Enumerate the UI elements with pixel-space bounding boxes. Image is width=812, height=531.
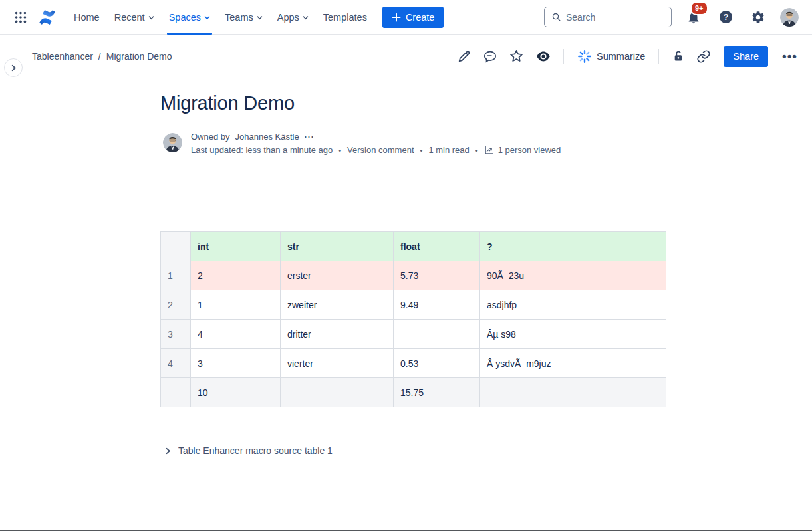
search-input[interactable]: [566, 12, 664, 23]
nav-item-recent[interactable]: Recent: [107, 0, 162, 35]
chevron-down-icon: [148, 15, 154, 21]
copy-link-button[interactable]: [694, 47, 714, 66]
page-title: Migration Demo: [160, 92, 666, 114]
create-button[interactable]: Create: [382, 7, 444, 28]
notifications-button[interactable]: 9+: [684, 7, 704, 27]
table-cell: [394, 320, 480, 349]
row-number-cell: [161, 378, 191, 407]
macro-source-expander[interactable]: Table Enhancer macro source table 1: [160, 445, 666, 456]
column-header-[interactable]: ?: [480, 232, 666, 261]
comment-button[interactable]: [480, 47, 500, 66]
comment-icon: [483, 49, 497, 64]
table-cell: 5.73: [394, 261, 480, 290]
chevron-down-icon: [303, 15, 309, 21]
column-header-int[interactable]: int: [191, 232, 281, 261]
gear-icon: [751, 10, 765, 25]
row-number-cell: 1: [161, 261, 191, 290]
table-cell: 3: [191, 349, 281, 378]
app-switcher-button[interactable]: [11, 7, 31, 27]
last-updated-link[interactable]: Last updated: less than a minute ago: [191, 145, 333, 155]
table-cell: 9.49: [394, 290, 480, 320]
table-cell: 2: [191, 261, 281, 290]
column-header-str[interactable]: str: [281, 232, 394, 261]
table-row: 21zweiter9.49asdjhfp: [161, 290, 666, 320]
summarize-button[interactable]: Summarize: [573, 47, 649, 66]
page-header-bar: Tableenhancer / Migration Demo: [0, 35, 812, 78]
primary-nav: HomeRecentSpacesTeamsAppsTemplates: [67, 0, 374, 35]
dot-separator: •: [475, 146, 478, 154]
help-button[interactable]: ?: [716, 7, 736, 27]
owner-link[interactable]: Johannes Kästle: [235, 132, 299, 142]
nav-item-apps[interactable]: Apps: [270, 0, 316, 35]
table-header-row: intstrfloat?: [161, 232, 666, 261]
analytics-button[interactable]: 1 person viewed: [484, 145, 561, 155]
table-cell: Â ysdvÃ m9juz: [480, 349, 666, 378]
table-footer-cell: [480, 378, 666, 407]
star-button[interactable]: [506, 46, 527, 66]
owner-avatar[interactable]: [163, 133, 182, 152]
page-actions: Summarize Share •••: [454, 46, 801, 67]
table-footer-cell: 10: [191, 378, 281, 407]
summarize-label: Summarize: [597, 51, 645, 62]
nav-item-spaces[interactable]: Spaces: [162, 0, 217, 35]
toolbar-divider: [658, 49, 659, 64]
nav-item-teams[interactable]: Teams: [217, 0, 270, 35]
breadcrumb-page-link[interactable]: Migration Demo: [106, 51, 172, 62]
more-horizontal-icon: •••: [782, 49, 797, 63]
expander-label: Table Enhancer macro source table 1: [178, 445, 333, 456]
create-button-label: Create: [406, 12, 435, 23]
row-number-cell: 3: [161, 320, 191, 349]
search-box[interactable]: [544, 7, 672, 27]
toolbar-divider: [563, 49, 564, 64]
edit-button[interactable]: [454, 47, 474, 66]
owner-more-button[interactable]: ···: [305, 132, 315, 142]
table-cell: dritter: [281, 320, 394, 349]
more-horizontal-icon: ···: [305, 132, 315, 142]
column-header-float[interactable]: float: [394, 232, 480, 261]
owned-by-label: Owned by: [191, 132, 230, 142]
confluence-logo-icon[interactable]: [37, 7, 57, 27]
share-button[interactable]: Share: [724, 46, 768, 67]
table-container: intstrfloat?12erster5.7390Ã 23u21zweiter…: [160, 231, 666, 407]
table-footer-cell: 15.75: [394, 378, 480, 407]
data-table: intstrfloat?12erster5.7390Ã 23u21zweiter…: [160, 231, 666, 407]
nav-item-label: Recent: [114, 12, 145, 23]
breadcrumb-space-link[interactable]: Tableenhancer: [32, 51, 93, 62]
topbar-right-cluster: 9+ ?: [544, 7, 799, 27]
nav-item-label: Templates: [323, 12, 367, 23]
table-cell: 4: [191, 320, 281, 349]
dot-separator: •: [420, 146, 423, 154]
version-comment-link[interactable]: Version comment: [347, 145, 414, 155]
table-cell: 0.53: [394, 349, 480, 378]
expand-sidebar-button[interactable]: [4, 58, 23, 77]
nav-item-templates[interactable]: Templates: [316, 0, 374, 35]
chevron-down-icon: [204, 15, 210, 21]
read-time-label: 1 min read: [428, 145, 469, 155]
star-icon: [509, 49, 524, 64]
question-circle-icon: ?: [718, 9, 734, 25]
table-cell: asdjhfp: [480, 290, 666, 320]
nav-item-home[interactable]: Home: [67, 0, 107, 35]
nav-item-label: Apps: [277, 12, 299, 23]
row-number-cell: 2: [161, 290, 191, 320]
row-number-cell: 4: [161, 349, 191, 378]
link-icon: [696, 49, 711, 64]
top-navigation-bar: HomeRecentSpacesTeamsAppsTemplates Creat…: [0, 0, 812, 35]
nav-item-label: Home: [74, 12, 100, 23]
chevron-right-icon: [10, 64, 17, 72]
restrictions-button[interactable]: [668, 47, 688, 66]
chevron-down-icon: [257, 15, 263, 21]
watch-button[interactable]: [533, 46, 554, 67]
more-actions-button[interactable]: •••: [778, 48, 801, 65]
table-cell: 1: [191, 290, 281, 320]
chart-icon: [484, 145, 494, 155]
byline: Owned by Johannes Kästle ··· Last update…: [160, 132, 666, 155]
collapsed-sidebar-edge: [13, 35, 13, 531]
settings-button[interactable]: [748, 7, 768, 27]
plus-icon: [392, 13, 401, 22]
unlock-icon: [671, 49, 685, 63]
table-cell: zweiter: [281, 290, 394, 320]
notification-badge: 9+: [690, 1, 708, 15]
user-avatar[interactable]: [780, 8, 799, 27]
pencil-icon: [457, 49, 472, 64]
